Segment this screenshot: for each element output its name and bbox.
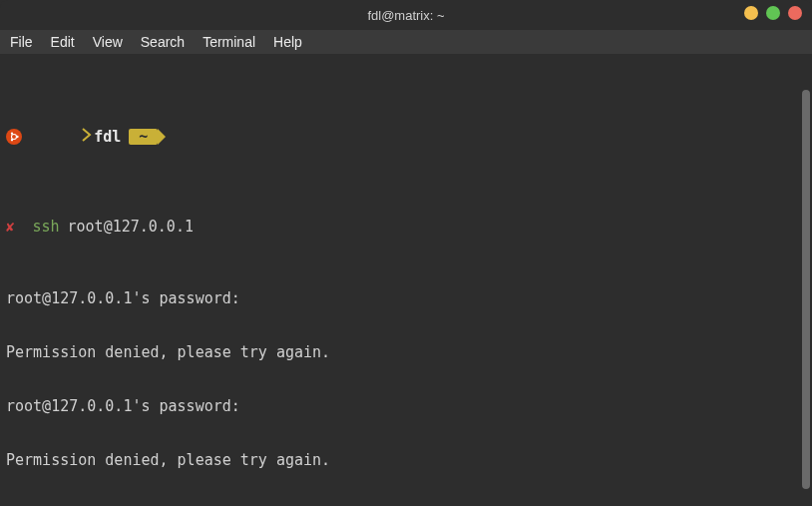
menu-terminal[interactable]: Terminal xyxy=(203,34,255,50)
output-line: root@127.0.0.1's password: xyxy=(6,397,806,415)
svg-point-1 xyxy=(16,136,18,138)
scrollbar-thumb[interactable] xyxy=(802,90,810,489)
menu-bar: File Edit View Search Terminal Help xyxy=(0,30,812,54)
window-titlebar: fdl@matrix: ~ xyxy=(0,0,812,30)
window-controls xyxy=(744,6,802,20)
output-line: root@127.0.0.1's password: xyxy=(6,289,806,307)
svg-point-0 xyxy=(12,135,17,140)
prompt-user: fdl xyxy=(94,128,121,146)
menu-help[interactable]: Help xyxy=(273,34,302,50)
cmd-ssh: ssh xyxy=(32,218,59,236)
terminal-output[interactable]: fdl ~ ✘ ssh root@127.0.0.1 root@127.0.0.… xyxy=(0,54,812,506)
svg-point-3 xyxy=(11,139,13,141)
output-line: Permission denied, please try again. xyxy=(6,343,806,361)
menu-view[interactable]: View xyxy=(93,34,123,50)
menu-edit[interactable]: Edit xyxy=(51,34,75,50)
ubuntu-icon xyxy=(6,129,22,145)
command-line: ✘ ssh root@127.0.0.1 xyxy=(6,218,806,236)
minimize-button[interactable] xyxy=(744,6,758,20)
menu-file[interactable]: File xyxy=(10,34,33,50)
chevron-right-icon xyxy=(28,110,92,164)
window-title: fdl@matrix: ~ xyxy=(367,8,444,23)
close-button[interactable] xyxy=(788,6,802,20)
maximize-button[interactable] xyxy=(766,6,780,20)
prompt-cwd: ~ xyxy=(129,129,158,145)
output-line: Permission denied, please try again. xyxy=(6,451,806,469)
prompt-line: fdl ~ xyxy=(6,128,806,146)
menu-search[interactable]: Search xyxy=(141,34,185,50)
svg-point-2 xyxy=(11,133,13,135)
ssh-target: root@127.0.0.1 xyxy=(68,218,194,236)
cross-icon: ✘ xyxy=(6,218,14,236)
